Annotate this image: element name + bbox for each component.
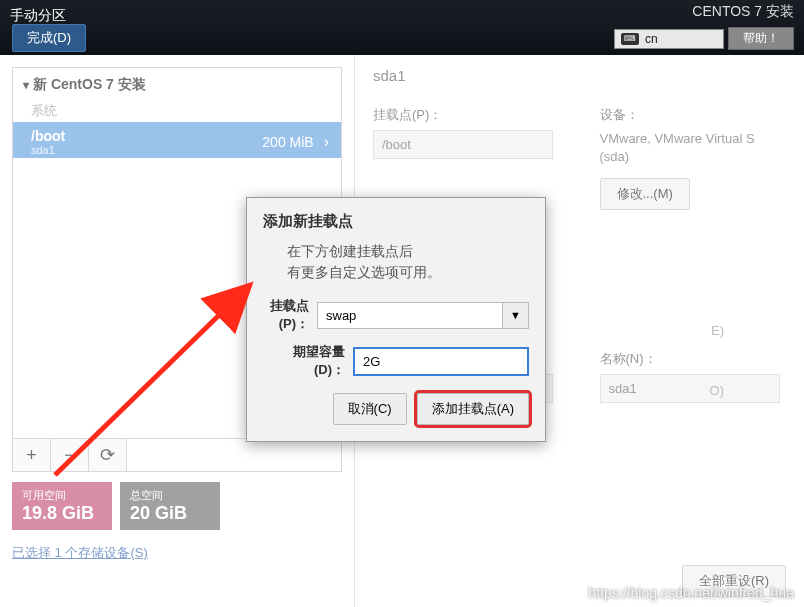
dialog-mount-label: 挂载点(P)： <box>263 297 317 333</box>
add-partition-button[interactable]: + <box>13 439 51 471</box>
dialog-size-input[interactable] <box>353 347 529 376</box>
watermark: https://blog.csdn.net/winfred_hua <box>589 585 794 601</box>
keyboard-icon: ⌨ <box>621 33 639 45</box>
tree-root-label: 新 CentOS 7 安装 <box>33 76 146 94</box>
name-input[interactable] <box>600 374 780 403</box>
dialog-cancel-button[interactable]: 取消(C) <box>333 393 407 425</box>
space-summary: 可用空间 19.8 GiB 总空间 20 GiB <box>12 482 342 530</box>
available-space-value: 19.8 GiB <box>22 503 102 524</box>
device-label: 设备： <box>600 106 787 124</box>
partition-item-boot[interactable]: /boot sda1 200 MiB › <box>13 122 341 158</box>
hint-e: E) <box>711 323 724 338</box>
dialog-size-label: 期望容量(D)： <box>263 343 353 379</box>
device-value: VMware, VMware Virtual S (sda) <box>600 130 787 166</box>
reload-button[interactable]: ⟳ <box>89 439 127 471</box>
remove-partition-button[interactable]: − <box>51 439 89 471</box>
keyboard-layout-selector[interactable]: ⌨ cn <box>614 29 724 49</box>
dialog-description: 在下方创建挂载点后 有更多自定义选项可用。 <box>287 241 529 283</box>
total-space-value: 20 GiB <box>130 503 210 524</box>
partition-device: sda1 <box>31 144 262 156</box>
hint-o: O) <box>710 383 724 398</box>
partition-mount: /boot <box>31 128 262 144</box>
dialog-mount-input[interactable] <box>317 302 503 329</box>
modify-device-button[interactable]: 修改...(M) <box>600 178 690 210</box>
top-right: CENTOS 7 安装 ⌨ cn 帮助！ <box>614 3 794 50</box>
available-space-box: 可用空间 19.8 GiB <box>12 482 112 530</box>
total-space-box: 总空间 20 GiB <box>120 482 220 530</box>
dialog-mount-combo[interactable]: ▼ <box>317 302 529 329</box>
tree-system-label: 系统 <box>13 102 341 120</box>
dropdown-icon[interactable]: ▼ <box>503 302 529 329</box>
chevron-right-icon: › <box>324 133 329 151</box>
help-button[interactable]: 帮助！ <box>728 27 794 50</box>
page-title: 手动分区 <box>10 3 66 25</box>
keyboard-layout-text: cn <box>645 32 658 46</box>
add-mount-dialog: 添加新挂载点 在下方创建挂载点后 有更多自定义选项可用。 挂载点(P)： ▼ 期… <box>246 197 546 442</box>
mount-point-input[interactable] <box>373 130 553 159</box>
dialog-add-button[interactable]: 添加挂载点(A) <box>417 393 529 425</box>
mount-point-label: 挂载点(P)： <box>373 106 560 124</box>
partition-toolbar: + − ⟳ <box>13 438 341 471</box>
total-space-label: 总空间 <box>130 488 210 503</box>
storage-devices-link[interactable]: 已选择 1 个存储设备(S) <box>12 544 342 562</box>
top-bar: 手动分区 完成(D) CENTOS 7 安装 ⌨ cn 帮助！ <box>0 0 804 55</box>
details-title: sda1 <box>373 67 786 84</box>
dialog-title: 添加新挂载点 <box>263 212 529 231</box>
partition-size: 200 MiB <box>262 134 313 150</box>
expand-arrow-icon: ▾ <box>23 78 29 92</box>
name-label: 名称(N)： <box>600 350 787 368</box>
installer-title: CENTOS 7 安装 <box>614 3 794 21</box>
available-space-label: 可用空间 <box>22 488 102 503</box>
tree-root[interactable]: ▾ 新 CentOS 7 安装 <box>13 68 341 102</box>
done-button[interactable]: 完成(D) <box>12 24 86 52</box>
